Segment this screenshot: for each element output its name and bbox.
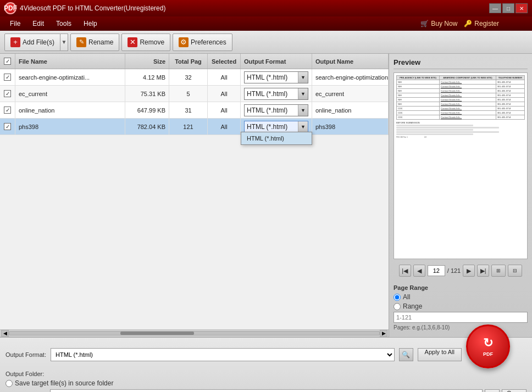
toolbar: + Add File(s) ▼ ✎ Rename ✕ Remove ⚙ Pref… (0, 31, 532, 54)
first-page-button[interactable]: |◀ (399, 265, 411, 277)
maximize-button[interactable]: □ (502, 3, 514, 13)
preview-image: PRE-AGENCY (LINK TO WEB SITE) AWARDING C… (394, 72, 528, 259)
window-title: 4Videosoft PDF to HTML Converter(Unregis… (20, 4, 165, 12)
header-filename: File Name (15, 54, 125, 69)
table-row: search-engine-optimizati... 4.12 MB 32 A… (0, 69, 389, 86)
radio-all-row: All (394, 293, 528, 301)
scroll-right-button[interactable]: ▶ (380, 330, 387, 337)
convert-arrow-icon: ↻ (483, 336, 493, 350)
open-folder-button[interactable]: Open (502, 389, 527, 392)
format-dropdown[interactable]: HTML (*.html) ▼ (244, 88, 308, 100)
header-selected: Selected (208, 54, 241, 69)
row-total-pages: 31 (169, 102, 208, 118)
menu-bar: File Edit Tools Help 🛒 Buy Now 🔑 Registe… (0, 16, 532, 31)
format-dropdown-menu: HTML (*.html) (241, 132, 312, 145)
radio-range-input[interactable] (394, 303, 401, 310)
preview-document: PRE-AGENCY (LINK TO WEB SITE) AWARDING C… (394, 73, 527, 259)
close-button[interactable]: ✕ (516, 3, 528, 13)
source-folder-radio[interactable] (5, 380, 13, 387)
dropdown-arrow-icon: ▼ (298, 121, 308, 132)
rename-button[interactable]: ✎ Rename (70, 33, 119, 51)
next-page-button[interactable]: ▶ (463, 265, 475, 277)
scrollbar-thumb[interactable] (120, 332, 195, 335)
row-output-name: ec_current (312, 86, 389, 102)
convert-label: PDF (483, 351, 493, 357)
page-total-label: / 121 (447, 267, 461, 274)
format-dropdown[interactable]: HTML (*.html) ▼ (244, 104, 308, 116)
row-total-pages: 5 (169, 86, 208, 102)
row-format: HTML (*.html) ▼ (241, 102, 312, 118)
browse-dots-button[interactable]: ... (485, 389, 500, 392)
row-size: 75.31 KB (125, 86, 169, 102)
file-list-area: File Name Size Total Pag Selected Output… (0, 54, 389, 337)
row-size: 4.12 MB (125, 69, 169, 85)
row-selected: All (208, 119, 241, 135)
format-dropdown[interactable]: HTML (*.html) ▼ (244, 71, 308, 83)
header-output-name: Output Name (312, 54, 389, 69)
settings-icon: 🔍 (402, 351, 410, 359)
output-format-select[interactable]: HTML (*.html) (51, 348, 395, 361)
buy-now-button[interactable]: 🛒 Buy Now (420, 20, 457, 27)
format-dropdown-active[interactable]: HTML (*.html) ▼ (244, 121, 308, 133)
row-filename: search-engine-optimizati... (15, 69, 125, 85)
menu-edit[interactable]: Edit (27, 18, 49, 29)
row-filename: online_nation (15, 102, 125, 118)
radio-all-input[interactable] (394, 294, 401, 301)
menu-tools[interactable]: Tools (51, 18, 77, 29)
table-body: search-engine-optimizati... 4.12 MB 32 A… (0, 69, 389, 329)
add-files-button[interactable]: + Add File(s) (4, 33, 60, 51)
scroll-left-button[interactable]: ◀ (1, 330, 9, 337)
register-button[interactable]: 🔑 Register (464, 20, 499, 27)
table-header: File Name Size Total Pag Selected Output… (0, 54, 389, 69)
convert-button[interactable]: ↻ PDF (466, 324, 510, 368)
output-path-input[interactable] (50, 389, 483, 392)
row-total-pages: 32 (169, 69, 208, 85)
pages-hint-text: Pages: e.g.(1,3,6,8-10) (394, 324, 528, 331)
fit-width-button[interactable]: ⊟ (508, 265, 522, 277)
row-filename: ec_current (15, 86, 125, 102)
range-input-field[interactable] (394, 312, 528, 323)
row-checkbox[interactable] (4, 123, 11, 130)
add-files-dropdown-arrow[interactable]: ▼ (60, 33, 68, 51)
horizontal-scrollbar[interactable]: ◀ ▶ (0, 329, 389, 337)
scrollbar-track[interactable] (9, 331, 380, 335)
row-checkbox[interactable] (4, 90, 11, 97)
main-area: File Name Size Total Pag Selected Output… (0, 54, 532, 337)
row-size: 647.99 KB (125, 102, 169, 118)
fit-page-button[interactable]: ⊞ (491, 265, 506, 277)
bottom-bar: Output Format: HTML (*.html) 🔍 Apply to … (0, 337, 532, 392)
row-size: 782.04 KB (125, 119, 169, 135)
page-number-input[interactable] (428, 265, 445, 276)
row-checkbox[interactable] (4, 107, 11, 114)
preview-controls: |◀ ◀ / 121 ▶ ▶| ⊞ ⊟ (394, 262, 528, 279)
row-checkbox[interactable] (4, 74, 11, 81)
select-all-checkbox[interactable] (4, 58, 11, 65)
format-settings-button[interactable]: 🔍 (399, 348, 413, 361)
dropdown-arrow-icon: ▼ (298, 72, 308, 83)
last-page-button[interactable]: ▶| (477, 265, 489, 277)
apply-to-all-button[interactable]: Apply to All (418, 348, 462, 361)
rename-icon: ✎ (76, 37, 86, 47)
preview-title: Preview (394, 58, 528, 69)
app-icon: PDF (4, 2, 16, 14)
table-row: ec_current 75.31 KB 5 All HTML (*.html) … (0, 86, 389, 102)
table-row: phs398 782.04 KB 121 All HTML (*.html) ▼… (0, 119, 389, 135)
dropdown-arrow-icon: ▼ (298, 105, 308, 116)
radio-range-row: Range (394, 303, 528, 310)
preferences-button[interactable]: ⚙ Preferences (173, 33, 232, 51)
remove-icon: ✕ (128, 37, 137, 47)
dropdown-option-html[interactable]: HTML (*.html) (241, 132, 312, 144)
row-format: HTML (*.html) ▼ HTML (*.html) (241, 119, 312, 135)
output-folder-label: Output Folder: (5, 371, 44, 377)
menu-help[interactable]: Help (78, 18, 103, 29)
menu-file[interactable]: File (4, 18, 26, 29)
prev-page-button[interactable]: ◀ (413, 265, 425, 277)
row-format: HTML (*.html) ▼ (241, 86, 312, 102)
row-output-name: online_nation (312, 102, 389, 118)
row-filename: phs398 (15, 119, 125, 135)
remove-button[interactable]: ✕ Remove (121, 33, 170, 51)
page-range-title: Page Range (394, 284, 528, 291)
row-format: HTML (*.html) ▼ (241, 69, 312, 85)
minimize-button[interactable]: — (489, 3, 501, 13)
dropdown-arrow-icon: ▼ (298, 88, 308, 99)
